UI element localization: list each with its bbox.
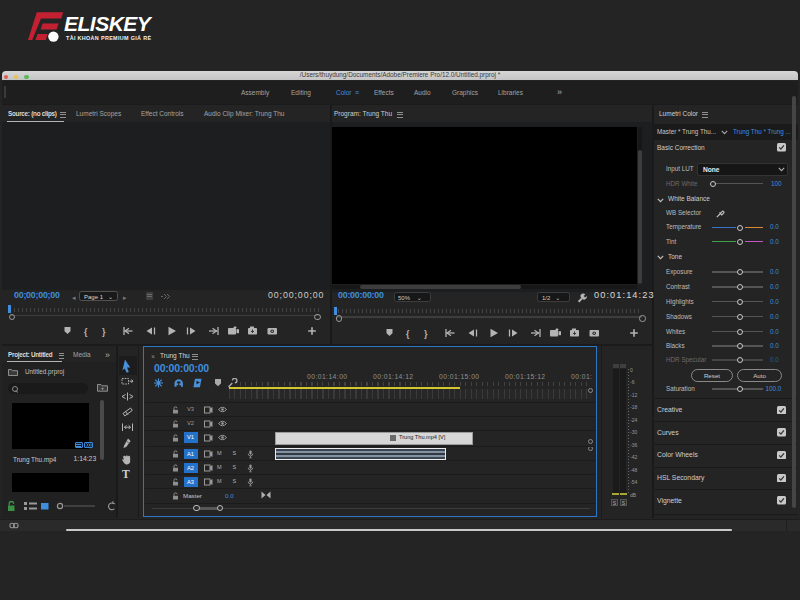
svg-text:}: } [424,329,428,339]
svg-text:T: T [122,468,130,479]
svg-text:}: } [102,327,106,337]
svg-text:{: { [84,327,88,337]
svg-text:{: { [406,329,410,339]
